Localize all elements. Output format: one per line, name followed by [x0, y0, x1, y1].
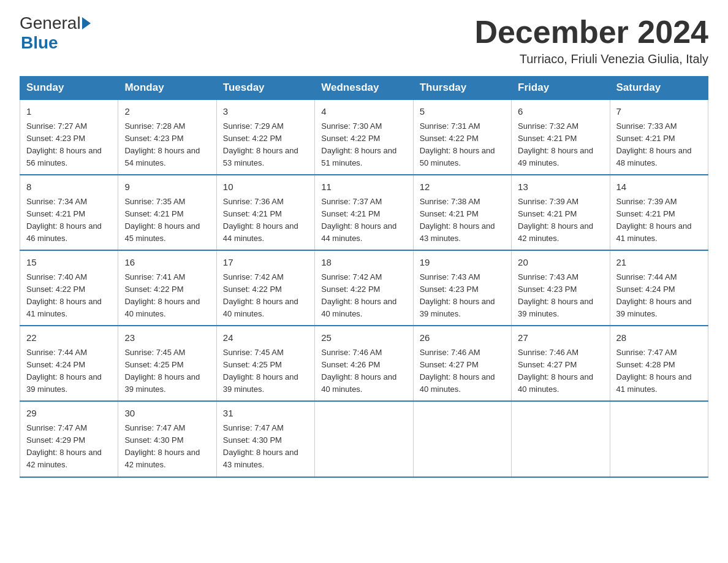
location-subtitle: Turriaco, Friuli Venezia Giulia, Italy: [474, 52, 708, 66]
logo-general-text: General: [20, 15, 81, 32]
table-row: 18Sunrise: 7:42 AMSunset: 4:22 PMDayligh…: [315, 250, 413, 326]
header-thursday: Thursday: [413, 77, 511, 100]
table-row: 3Sunrise: 7:29 AMSunset: 4:22 PMDaylight…: [216, 99, 314, 175]
calendar-week-row: 29Sunrise: 7:47 AMSunset: 4:29 PMDayligh…: [20, 401, 708, 477]
calendar-week-row: 8Sunrise: 7:34 AMSunset: 4:21 PMDaylight…: [20, 175, 708, 250]
day-info: Sunrise: 7:41 AMSunset: 4:22 PMDaylight:…: [124, 271, 210, 321]
table-row: 4Sunrise: 7:30 AMSunset: 4:22 PMDaylight…: [315, 99, 413, 175]
day-number: 17: [223, 256, 308, 270]
day-info: Sunrise: 7:31 AMSunset: 4:22 PMDaylight:…: [420, 120, 505, 170]
table-row: 30Sunrise: 7:47 AMSunset: 4:30 PMDayligh…: [118, 401, 216, 477]
day-info: Sunrise: 7:44 AMSunset: 4:24 PMDaylight:…: [26, 347, 112, 396]
day-info: Sunrise: 7:30 AMSunset: 4:22 PMDaylight:…: [321, 120, 406, 170]
table-row: 20Sunrise: 7:43 AMSunset: 4:23 PMDayligh…: [512, 250, 610, 326]
header-saturday: Saturday: [610, 77, 708, 100]
day-number: 3: [223, 105, 308, 119]
table-row: 29Sunrise: 7:47 AMSunset: 4:29 PMDayligh…: [20, 401, 118, 477]
table-row: 31Sunrise: 7:47 AMSunset: 4:30 PMDayligh…: [216, 401, 314, 477]
table-row: 25Sunrise: 7:46 AMSunset: 4:26 PMDayligh…: [315, 326, 413, 401]
day-info: Sunrise: 7:45 AMSunset: 4:25 PMDaylight:…: [124, 347, 210, 396]
table-row: 27Sunrise: 7:46 AMSunset: 4:27 PMDayligh…: [512, 326, 610, 401]
day-number: 12: [420, 180, 505, 194]
day-info: Sunrise: 7:44 AMSunset: 4:24 PMDaylight:…: [616, 271, 702, 321]
day-info: Sunrise: 7:27 AMSunset: 4:23 PMDaylight:…: [26, 120, 112, 170]
day-number: 16: [124, 256, 210, 270]
table-row: 2Sunrise: 7:28 AMSunset: 4:23 PMDaylight…: [118, 99, 216, 175]
day-info: Sunrise: 7:38 AMSunset: 4:21 PMDaylight:…: [420, 196, 505, 245]
day-number: 5: [420, 105, 505, 119]
table-row: 7Sunrise: 7:33 AMSunset: 4:21 PMDaylight…: [610, 99, 708, 175]
day-number: 13: [518, 180, 603, 194]
day-info: Sunrise: 7:34 AMSunset: 4:21 PMDaylight:…: [26, 196, 112, 245]
calendar-header-row: Sunday Monday Tuesday Wednesday Thursday…: [20, 77, 708, 100]
day-info: Sunrise: 7:33 AMSunset: 4:21 PMDaylight:…: [616, 120, 702, 170]
table-row: [610, 401, 708, 477]
header-tuesday: Tuesday: [216, 77, 314, 100]
table-row: 17Sunrise: 7:42 AMSunset: 4:22 PMDayligh…: [216, 250, 314, 326]
day-info: Sunrise: 7:36 AMSunset: 4:21 PMDaylight:…: [223, 196, 308, 245]
day-info: Sunrise: 7:43 AMSunset: 4:23 PMDaylight:…: [518, 271, 603, 321]
day-number: 10: [223, 180, 308, 194]
day-number: 20: [518, 256, 603, 270]
day-number: 8: [26, 180, 112, 194]
table-row: 16Sunrise: 7:41 AMSunset: 4:22 PMDayligh…: [118, 250, 216, 326]
logo-arrow-icon: [82, 17, 91, 29]
day-info: Sunrise: 7:43 AMSunset: 4:23 PMDaylight:…: [420, 271, 505, 321]
day-info: Sunrise: 7:39 AMSunset: 4:21 PMDaylight:…: [518, 196, 603, 245]
day-number: 4: [321, 105, 406, 119]
table-row: 19Sunrise: 7:43 AMSunset: 4:23 PMDayligh…: [413, 250, 511, 326]
day-info: Sunrise: 7:46 AMSunset: 4:26 PMDaylight:…: [321, 347, 406, 396]
day-number: 24: [223, 331, 308, 345]
day-number: 11: [321, 180, 406, 194]
day-number: 28: [616, 331, 702, 345]
day-info: Sunrise: 7:47 AMSunset: 4:30 PMDaylight:…: [223, 422, 308, 472]
day-info: Sunrise: 7:40 AMSunset: 4:22 PMDaylight:…: [26, 271, 112, 321]
day-info: Sunrise: 7:39 AMSunset: 4:21 PMDaylight:…: [616, 196, 702, 245]
logo-blue-text: Blue: [20, 33, 58, 53]
table-row: 1Sunrise: 7:27 AMSunset: 4:23 PMDaylight…: [20, 99, 118, 175]
day-number: 21: [616, 256, 702, 270]
day-number: 26: [420, 331, 505, 345]
day-info: Sunrise: 7:47 AMSunset: 4:28 PMDaylight:…: [616, 347, 702, 396]
table-row: [315, 401, 413, 477]
day-number: 29: [26, 407, 112, 421]
day-info: Sunrise: 7:45 AMSunset: 4:25 PMDaylight:…: [223, 347, 308, 396]
day-info: Sunrise: 7:35 AMSunset: 4:21 PMDaylight:…: [124, 196, 210, 245]
calendar-week-row: 1Sunrise: 7:27 AMSunset: 4:23 PMDaylight…: [20, 99, 708, 175]
day-info: Sunrise: 7:46 AMSunset: 4:27 PMDaylight:…: [420, 347, 505, 396]
day-info: Sunrise: 7:32 AMSunset: 4:21 PMDaylight:…: [518, 120, 603, 170]
day-info: Sunrise: 7:29 AMSunset: 4:22 PMDaylight:…: [223, 120, 308, 170]
day-number: 30: [124, 407, 210, 421]
table-row: 8Sunrise: 7:34 AMSunset: 4:21 PMDaylight…: [20, 175, 118, 250]
day-number: 9: [124, 180, 210, 194]
day-number: 2: [124, 105, 210, 119]
calendar-week-row: 22Sunrise: 7:44 AMSunset: 4:24 PMDayligh…: [20, 326, 708, 401]
day-info: Sunrise: 7:42 AMSunset: 4:22 PMDaylight:…: [321, 271, 406, 321]
day-number: 15: [26, 256, 112, 270]
table-row: 15Sunrise: 7:40 AMSunset: 4:22 PMDayligh…: [20, 250, 118, 326]
day-number: 31: [223, 407, 308, 421]
title-block: December 2024 Turriaco, Friuli Venezia G…: [474, 15, 708, 66]
calendar-week-row: 15Sunrise: 7:40 AMSunset: 4:22 PMDayligh…: [20, 250, 708, 326]
day-number: 7: [616, 105, 702, 119]
day-info: Sunrise: 7:47 AMSunset: 4:30 PMDaylight:…: [124, 422, 210, 472]
table-row: 5Sunrise: 7:31 AMSunset: 4:22 PMDaylight…: [413, 99, 511, 175]
day-number: 23: [124, 331, 210, 345]
table-row: 14Sunrise: 7:39 AMSunset: 4:21 PMDayligh…: [610, 175, 708, 250]
header-monday: Monday: [118, 77, 216, 100]
day-info: Sunrise: 7:28 AMSunset: 4:23 PMDaylight:…: [124, 120, 210, 170]
calendar-table: Sunday Monday Tuesday Wednesday Thursday…: [20, 76, 708, 477]
day-number: 14: [616, 180, 702, 194]
day-info: Sunrise: 7:37 AMSunset: 4:21 PMDaylight:…: [321, 196, 406, 245]
page-header: General Blue December 2024 Turriaco, Fri…: [20, 15, 708, 66]
table-row: 21Sunrise: 7:44 AMSunset: 4:24 PMDayligh…: [610, 250, 708, 326]
header-wednesday: Wednesday: [315, 77, 413, 100]
logo: General Blue: [20, 15, 92, 53]
table-row: 11Sunrise: 7:37 AMSunset: 4:21 PMDayligh…: [315, 175, 413, 250]
table-row: 24Sunrise: 7:45 AMSunset: 4:25 PMDayligh…: [216, 326, 314, 401]
day-info: Sunrise: 7:46 AMSunset: 4:27 PMDaylight:…: [518, 347, 603, 396]
day-info: Sunrise: 7:47 AMSunset: 4:29 PMDaylight:…: [26, 422, 112, 472]
table-row: 10Sunrise: 7:36 AMSunset: 4:21 PMDayligh…: [216, 175, 314, 250]
header-sunday: Sunday: [20, 77, 118, 100]
table-row: 9Sunrise: 7:35 AMSunset: 4:21 PMDaylight…: [118, 175, 216, 250]
